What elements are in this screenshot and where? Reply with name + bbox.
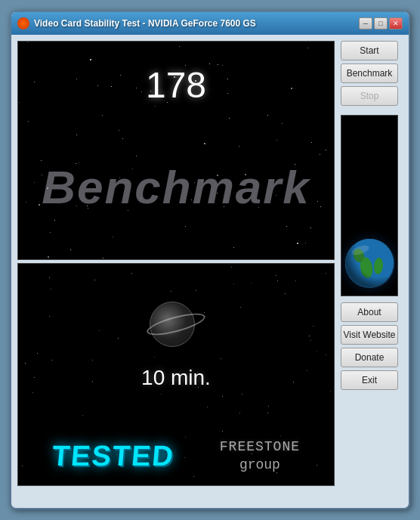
maximize-button[interactable]: □ [374, 17, 388, 29]
benchmark-button[interactable]: Benchmark [341, 63, 398, 83]
exit-button[interactable]: Exit [341, 370, 398, 390]
score-display: // Generate stars inline via DOM manipul… [17, 41, 335, 260]
start-button[interactable]: Start [341, 41, 398, 60]
about-button[interactable]: About [341, 302, 398, 322]
window-controls: ─ □ ✕ [359, 17, 403, 29]
stop-button[interactable]: Stop [341, 86, 398, 106]
visit-website-button[interactable]: Visit Website [341, 325, 398, 345]
top-button-group: Start Benchmark Stop [341, 41, 403, 106]
earth-svg [345, 239, 394, 288]
earth-display [341, 115, 398, 296]
freestone-logo: FREESTONE group [220, 438, 300, 474]
app-icon [17, 17, 29, 29]
main-window: Video Card Stability Test - NVIDIA GeFor… [10, 11, 410, 509]
left-panel: // Generate stars inline via DOM manipul… [17, 41, 335, 502]
donate-button[interactable]: Donate [341, 348, 398, 367]
tested-label: TESTED [51, 440, 176, 472]
earth-globe [345, 239, 394, 288]
window-content: // Generate stars inline via DOM manipul… [11, 35, 409, 508]
svg-point-5 [345, 239, 394, 287]
minimize-button[interactable]: ─ [359, 17, 372, 29]
score-value: 178 [146, 64, 206, 106]
freestone-line1: FREESTONE [220, 438, 300, 456]
bottom-logos: TESTED FREESTONE group [18, 438, 334, 474]
bottom-display: 10 min. TESTED FREESTONE group [17, 263, 335, 486]
planet-visual [146, 294, 206, 354]
freestone-line2: group [220, 457, 300, 474]
title-bar: Video Card Stability Test - NVIDIA GeFor… [11, 12, 409, 35]
window-title: Video Card Stability Test - NVIDIA GeFor… [34, 18, 354, 29]
time-value: 10 min. [141, 366, 211, 390]
bottom-button-group: About Visit Website Donate Exit [341, 302, 403, 390]
benchmark-label: Benchmark [42, 160, 310, 214]
right-panel: Start Benchmark Stop [341, 41, 403, 502]
close-button[interactable]: ✕ [389, 17, 403, 29]
